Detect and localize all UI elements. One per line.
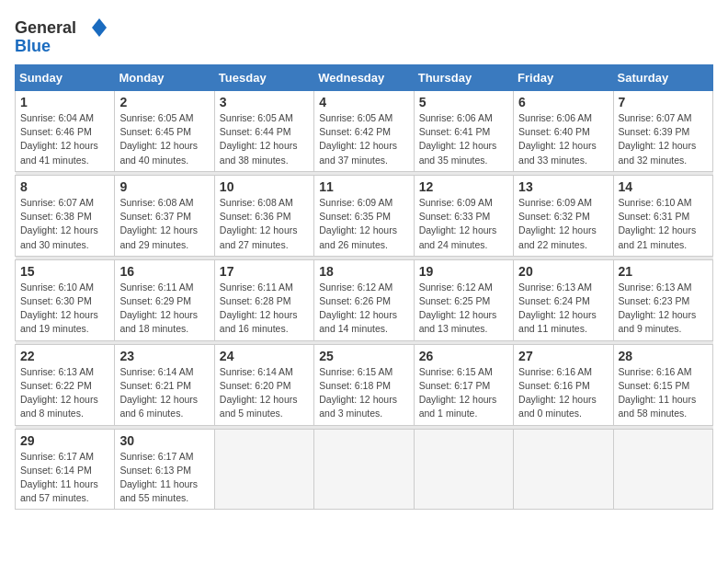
day-number: 16 bbox=[119, 264, 209, 279]
calendar-day-cell: 27Sunrise: 6:16 AMSunset: 6:16 PMDayligh… bbox=[514, 344, 613, 425]
day-info: Sunrise: 6:15 AMSunset: 6:18 PMDaylight:… bbox=[319, 366, 397, 419]
calendar-day-cell: 5Sunrise: 6:06 AMSunset: 6:41 PMDaylight… bbox=[414, 91, 513, 172]
calendar-week-row: 8Sunrise: 6:07 AMSunset: 6:38 PMDaylight… bbox=[16, 175, 713, 256]
day-number: 29 bbox=[20, 433, 109, 448]
calendar-header-friday: Friday bbox=[514, 65, 613, 91]
calendar-header-saturday: Saturday bbox=[613, 65, 712, 91]
day-info: Sunrise: 6:16 AMSunset: 6:16 PMDaylight:… bbox=[518, 366, 597, 419]
svg-text:Blue: Blue bbox=[15, 37, 51, 55]
day-info: Sunrise: 6:09 AMSunset: 6:35 PMDaylight:… bbox=[319, 197, 397, 250]
day-info: Sunrise: 6:04 AMSunset: 6:46 PMDaylight:… bbox=[20, 112, 98, 166]
calendar-day-cell: 24Sunrise: 6:14 AMSunset: 6:20 PMDayligh… bbox=[214, 344, 313, 425]
calendar-day-cell: 26Sunrise: 6:15 AMSunset: 6:17 PMDayligh… bbox=[414, 344, 513, 425]
calendar-day-cell: 25Sunrise: 6:15 AMSunset: 6:18 PMDayligh… bbox=[314, 344, 414, 425]
calendar-day-cell: 7Sunrise: 6:07 AMSunset: 6:39 PMDaylight… bbox=[613, 91, 712, 172]
logo-svg: General Blue bbox=[15, 15, 107, 55]
day-info: Sunrise: 6:05 AMSunset: 6:42 PMDaylight:… bbox=[319, 112, 397, 166]
day-number: 18 bbox=[319, 264, 408, 279]
day-info: Sunrise: 6:08 AMSunset: 6:37 PMDaylight:… bbox=[119, 197, 198, 250]
day-info: Sunrise: 6:12 AMSunset: 6:25 PMDaylight:… bbox=[419, 282, 497, 335]
day-number: 10 bbox=[220, 179, 309, 194]
day-number: 3 bbox=[220, 95, 309, 109]
calendar-header-thursday: Thursday bbox=[414, 65, 513, 91]
day-number: 21 bbox=[619, 264, 708, 279]
calendar-day-cell: 17Sunrise: 6:11 AMSunset: 6:28 PMDayligh… bbox=[214, 259, 313, 340]
day-number: 9 bbox=[119, 179, 209, 194]
day-info: Sunrise: 6:10 AMSunset: 6:31 PMDaylight:… bbox=[619, 197, 697, 250]
day-number: 14 bbox=[619, 179, 708, 194]
day-number: 8 bbox=[20, 179, 109, 194]
calendar-day-cell: 3Sunrise: 6:05 AMSunset: 6:44 PMDaylight… bbox=[214, 91, 313, 172]
day-number: 11 bbox=[319, 179, 408, 194]
calendar-day-cell: 16Sunrise: 6:11 AMSunset: 6:29 PMDayligh… bbox=[115, 259, 214, 340]
calendar-day-cell: 15Sunrise: 6:10 AMSunset: 6:30 PMDayligh… bbox=[16, 259, 115, 340]
day-info: Sunrise: 6:05 AMSunset: 6:44 PMDaylight:… bbox=[220, 112, 298, 166]
calendar-week-row: 22Sunrise: 6:13 AMSunset: 6:22 PMDayligh… bbox=[16, 344, 713, 425]
day-info: Sunrise: 6:13 AMSunset: 6:23 PMDaylight:… bbox=[619, 282, 697, 335]
day-info: Sunrise: 6:09 AMSunset: 6:32 PMDaylight:… bbox=[518, 197, 597, 250]
calendar-day-cell: 23Sunrise: 6:14 AMSunset: 6:21 PMDayligh… bbox=[115, 344, 214, 425]
svg-text:General: General bbox=[15, 18, 76, 37]
calendar-day-cell: 2Sunrise: 6:05 AMSunset: 6:45 PMDaylight… bbox=[115, 91, 214, 172]
day-number: 26 bbox=[419, 349, 508, 363]
day-number: 6 bbox=[518, 95, 608, 109]
calendar-day-cell bbox=[414, 429, 513, 510]
day-number: 25 bbox=[319, 349, 408, 363]
calendar-header-tuesday: Tuesday bbox=[214, 65, 313, 91]
calendar-day-cell: 9Sunrise: 6:08 AMSunset: 6:37 PMDaylight… bbox=[115, 175, 214, 256]
calendar-day-cell bbox=[613, 429, 712, 510]
day-number: 28 bbox=[619, 349, 708, 363]
calendar-day-cell bbox=[314, 429, 414, 510]
calendar-day-cell: 4Sunrise: 6:05 AMSunset: 6:42 PMDaylight… bbox=[314, 91, 414, 172]
day-info: Sunrise: 6:05 AMSunset: 6:45 PMDaylight:… bbox=[119, 112, 198, 166]
calendar-day-cell: 30Sunrise: 6:17 AMSunset: 6:13 PMDayligh… bbox=[115, 429, 214, 510]
calendar-day-cell bbox=[514, 429, 613, 510]
day-info: Sunrise: 6:16 AMSunset: 6:15 PMDaylight:… bbox=[619, 366, 697, 419]
day-info: Sunrise: 6:15 AMSunset: 6:17 PMDaylight:… bbox=[419, 366, 497, 419]
day-number: 5 bbox=[419, 95, 508, 109]
day-number: 15 bbox=[20, 264, 109, 279]
calendar-week-row: 29Sunrise: 6:17 AMSunset: 6:14 PMDayligh… bbox=[16, 429, 713, 510]
day-info: Sunrise: 6:07 AMSunset: 6:39 PMDaylight:… bbox=[619, 112, 697, 166]
day-info: Sunrise: 6:07 AMSunset: 6:38 PMDaylight:… bbox=[20, 197, 98, 250]
day-info: Sunrise: 6:08 AMSunset: 6:36 PMDaylight:… bbox=[220, 197, 298, 250]
calendar-day-cell: 13Sunrise: 6:09 AMSunset: 6:32 PMDayligh… bbox=[514, 175, 613, 256]
day-number: 13 bbox=[518, 179, 608, 194]
day-info: Sunrise: 6:06 AMSunset: 6:40 PMDaylight:… bbox=[518, 112, 597, 166]
day-number: 19 bbox=[419, 264, 508, 279]
calendar-day-cell: 19Sunrise: 6:12 AMSunset: 6:25 PMDayligh… bbox=[414, 259, 513, 340]
calendar-week-row: 15Sunrise: 6:10 AMSunset: 6:30 PMDayligh… bbox=[16, 259, 713, 340]
page-header: General Blue bbox=[15, 15, 713, 55]
day-info: Sunrise: 6:06 AMSunset: 6:41 PMDaylight:… bbox=[419, 112, 497, 166]
calendar-day-cell: 8Sunrise: 6:07 AMSunset: 6:38 PMDaylight… bbox=[16, 175, 115, 256]
calendar-week-row: 1Sunrise: 6:04 AMSunset: 6:46 PMDaylight… bbox=[16, 91, 713, 172]
day-number: 7 bbox=[619, 95, 708, 109]
calendar-day-cell: 12Sunrise: 6:09 AMSunset: 6:33 PMDayligh… bbox=[414, 175, 513, 256]
calendar-day-cell: 6Sunrise: 6:06 AMSunset: 6:40 PMDaylight… bbox=[514, 91, 613, 172]
svg-marker-1 bbox=[92, 18, 107, 37]
calendar-day-cell: 10Sunrise: 6:08 AMSunset: 6:36 PMDayligh… bbox=[214, 175, 313, 256]
calendar-day-cell: 29Sunrise: 6:17 AMSunset: 6:14 PMDayligh… bbox=[16, 429, 115, 510]
calendar-header-row: SundayMondayTuesdayWednesdayThursdayFrid… bbox=[16, 65, 713, 91]
calendar-day-cell: 22Sunrise: 6:13 AMSunset: 6:22 PMDayligh… bbox=[16, 344, 115, 425]
day-number: 20 bbox=[518, 264, 608, 279]
day-info: Sunrise: 6:13 AMSunset: 6:24 PMDaylight:… bbox=[518, 282, 597, 335]
calendar-header-wednesday: Wednesday bbox=[314, 65, 414, 91]
day-info: Sunrise: 6:10 AMSunset: 6:30 PMDaylight:… bbox=[20, 282, 98, 335]
day-number: 23 bbox=[119, 349, 209, 363]
day-number: 30 bbox=[119, 433, 209, 448]
day-number: 22 bbox=[20, 349, 109, 363]
day-number: 17 bbox=[220, 264, 309, 279]
day-number: 4 bbox=[319, 95, 408, 109]
day-info: Sunrise: 6:09 AMSunset: 6:33 PMDaylight:… bbox=[419, 197, 497, 250]
calendar-day-cell: 20Sunrise: 6:13 AMSunset: 6:24 PMDayligh… bbox=[514, 259, 613, 340]
day-number: 27 bbox=[518, 349, 608, 363]
day-number: 24 bbox=[220, 349, 309, 363]
calendar-day-cell: 1Sunrise: 6:04 AMSunset: 6:46 PMDaylight… bbox=[16, 91, 115, 172]
day-info: Sunrise: 6:11 AMSunset: 6:28 PMDaylight:… bbox=[220, 282, 298, 335]
day-info: Sunrise: 6:14 AMSunset: 6:20 PMDaylight:… bbox=[220, 366, 298, 419]
calendar-header-monday: Monday bbox=[115, 65, 214, 91]
calendar-day-cell: 28Sunrise: 6:16 AMSunset: 6:15 PMDayligh… bbox=[613, 344, 712, 425]
calendar-day-cell: 14Sunrise: 6:10 AMSunset: 6:31 PMDayligh… bbox=[613, 175, 712, 256]
day-info: Sunrise: 6:17 AMSunset: 6:14 PMDaylight:… bbox=[20, 451, 98, 504]
